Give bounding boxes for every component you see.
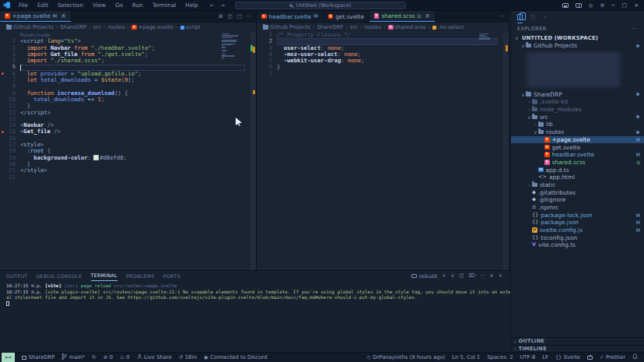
twisty-icon[interactable]: ∨ bbox=[527, 114, 532, 120]
customize-layout-icon[interactable] bbox=[576, 3, 582, 8]
menu-help[interactable]: Help bbox=[181, 0, 201, 11]
menu-selection[interactable]: Selection bbox=[54, 0, 87, 11]
error-count[interactable]: ⊘0 bbox=[103, 354, 113, 360]
breadcrumb-item[interactable]: routes bbox=[108, 24, 125, 30]
toggle-panel-icon[interactable] bbox=[562, 3, 569, 8]
code-content[interactable]: Runes mode<script lang="ts"> import Navb… bbox=[20, 32, 256, 270]
line-number-gutter[interactable]: 1234567 bbox=[257, 32, 277, 270]
explorer-item-headbar.svelte[interactable]: Sheadbar.svelteM bbox=[511, 151, 644, 159]
menu-view[interactable]: View bbox=[89, 0, 110, 11]
warning-count[interactable]: ⚠0 bbox=[120, 354, 130, 360]
explorer-item-untitled (workspace)[interactable]: ∨UNTITLED (WORKSPACE) bbox=[511, 34, 644, 42]
explorer-item-get.svelte[interactable]: Sget.svelte bbox=[511, 143, 644, 151]
sidebar-view-link[interactable]: ~ bbox=[543, 11, 547, 23]
more-actions-icon[interactable]: ··· bbox=[632, 26, 639, 32]
section-outline[interactable]: ›OUTLINE bbox=[511, 337, 644, 345]
explorer-item-lib[interactable]: ›lib bbox=[511, 121, 644, 128]
explorer-item-svelte.config.js[interactable]: JSsvelte.config.jsM bbox=[511, 227, 644, 234]
new-terminal-icon[interactable]: + bbox=[442, 273, 446, 279]
breadcrumb-item[interactable]: Sshared.scss bbox=[388, 24, 425, 30]
breadcrumb-item[interactable]: ShareDRP bbox=[61, 24, 87, 30]
more-icon[interactable]: ··· bbox=[499, 14, 504, 19]
scrollbar[interactable] bbox=[250, 32, 256, 270]
language-mode[interactable]: {}Svelte bbox=[555, 354, 580, 360]
cursor-position[interactable]: Ln 5, Col 1 bbox=[452, 354, 480, 360]
explorer-item-+page.svelte[interactable]: S+page.svelteM bbox=[511, 136, 644, 144]
twisty-icon[interactable]: ∨ bbox=[533, 129, 538, 135]
kill-terminal-icon[interactable]: ⌦ bbox=[468, 273, 475, 279]
open-changes-icon[interactable]: ⊞ bbox=[219, 14, 222, 19]
minimap[interactable] bbox=[479, 33, 499, 42]
restore-button[interactable]: □ bbox=[622, 2, 628, 9]
tab-get.svelte[interactable]: Sget.svelte bbox=[324, 11, 369, 22]
breadcrumb-item[interactable]: src bbox=[93, 24, 101, 30]
feedback-icon[interactable] bbox=[587, 356, 593, 360]
explorer-item-app.d.ts[interactable]: TSapp.d.ts bbox=[511, 166, 644, 174]
explorer-item-.npmrc[interactable]: ≡.npmrc bbox=[511, 204, 644, 212]
menu-go[interactable]: Go bbox=[111, 0, 127, 11]
explorer-item-sharedrp[interactable]: ∨ShareDRP bbox=[511, 90, 644, 98]
gear-icon[interactable]: ⚙ bbox=[600, 3, 604, 9]
timer[interactable]: ↺18m bbox=[179, 354, 197, 360]
menu-run[interactable]: Run bbox=[128, 0, 147, 11]
panel-tab-ports[interactable]: PORTS bbox=[163, 273, 180, 279]
explorer-item-node_modules[interactable]: ›node_modules bbox=[511, 106, 644, 114]
menu-file[interactable]: File bbox=[15, 0, 32, 11]
split-editor-icon[interactable]: ◫ bbox=[227, 14, 232, 19]
discord-status[interactable]: ◉Connected to Discord bbox=[204, 354, 267, 360]
line-number-gutter[interactable]: 12345678910111213141516171819202122 bbox=[0, 32, 20, 270]
explorer-item-.gitattributes[interactable]: ◆.gitattributes bbox=[511, 188, 644, 196]
minimize-button[interactable]: ─ bbox=[611, 2, 614, 9]
notifications-bell[interactable] bbox=[632, 353, 638, 361]
breadcrumb-item[interactable]: ShareDRP bbox=[317, 24, 344, 30]
twisty-icon[interactable]: ∨ bbox=[520, 43, 526, 48]
forward-arrow-icon[interactable]: → bbox=[220, 3, 224, 9]
explorer-item-src[interactable]: ∨src bbox=[511, 113, 644, 121]
git-branch[interactable]: main* bbox=[61, 353, 85, 361]
git-blame[interactable]: ◇DrPanayioths (9 hours ago) bbox=[367, 354, 445, 360]
back-arrow-icon[interactable]: ← bbox=[210, 3, 214, 9]
split-terminal-icon[interactable]: ◫ bbox=[459, 273, 464, 279]
code-content[interactable]: /* Property Classes */.no-select { user-… bbox=[277, 32, 509, 270]
account-icon[interactable]: ◎ bbox=[589, 3, 593, 9]
twisty-icon[interactable]: › bbox=[527, 99, 532, 104]
remote-indicator[interactable]: >< bbox=[2, 353, 15, 362]
explorer-item-.gitignore[interactable]: ◆.gitignore bbox=[511, 196, 644, 204]
menu-terminal[interactable]: Terminal bbox=[149, 0, 180, 11]
explorer-item-static[interactable]: ›static bbox=[511, 181, 644, 189]
section-timeline[interactable]: ›TIMELINE bbox=[511, 345, 644, 353]
breadcrumb-item[interactable]: S+page.svelte bbox=[131, 24, 173, 30]
tab-+page.svelte[interactable]: S+page.svelteM× bbox=[0, 11, 72, 22]
breadcrumb-item[interactable]: Github Projects bbox=[6, 24, 54, 30]
sidebar-view-files[interactable] bbox=[517, 11, 523, 23]
sync-status[interactable]: ↻ bbox=[92, 355, 96, 360]
twisty-icon[interactable]: ∨ bbox=[520, 92, 526, 97]
panel-tab-output[interactable]: OUTPUT bbox=[6, 273, 27, 279]
launch-profile-icon[interactable]: ∨ bbox=[450, 273, 454, 279]
explorer-item-vite.config.ts[interactable]: Vvite.config.ts bbox=[511, 241, 644, 249]
explorer-item-routes[interactable]: ∨routes bbox=[511, 128, 644, 136]
close-tab-icon[interactable]: × bbox=[61, 12, 66, 19]
twisty-icon[interactable]: › bbox=[533, 121, 538, 127]
breadcrumb-item[interactable]: routes bbox=[365, 24, 382, 30]
breadcrumb-item[interactable]: script bbox=[180, 24, 201, 30]
command-center-search[interactable]: Untitled (Workspace) bbox=[235, 2, 406, 9]
encoding[interactable]: UTF-8 bbox=[520, 354, 535, 360]
code-area[interactable]: 12345678910111213141516171819202122Runes… bbox=[0, 32, 256, 270]
explorer-item-package-lock.json[interactable]: {}package-lock.jsonM bbox=[511, 211, 644, 219]
prettier-status[interactable]: ✓Prettier bbox=[600, 354, 625, 360]
panel-tab-terminal[interactable]: TERMINAL bbox=[91, 271, 117, 281]
more-icon[interactable]: ··· bbox=[481, 273, 485, 279]
explorer-icon[interactable] bbox=[517, 14, 523, 20]
twisty-icon[interactable]: ∨ bbox=[514, 35, 520, 40]
breadcrumb-item[interactable]: src bbox=[350, 24, 358, 30]
explorer-item-package.json[interactable]: {}package.jsonM bbox=[511, 219, 644, 227]
bell-icon[interactable] bbox=[632, 353, 638, 361]
maximize-panel-icon[interactable]: ∧ bbox=[490, 273, 494, 279]
toggle-layout-icon[interactable]: ▢ bbox=[237, 14, 242, 19]
code-area[interactable]: 1234567/* Property Classes */.no-select … bbox=[257, 32, 509, 270]
menu-edit[interactable]: Edit bbox=[33, 0, 52, 11]
close-button[interactable]: × bbox=[634, 2, 639, 9]
panel-tab-debug-console[interactable]: DEBUG CONSOLE bbox=[36, 273, 82, 279]
explorer-item-.svelte-kit[interactable]: ›.svelte-kit bbox=[511, 98, 644, 106]
